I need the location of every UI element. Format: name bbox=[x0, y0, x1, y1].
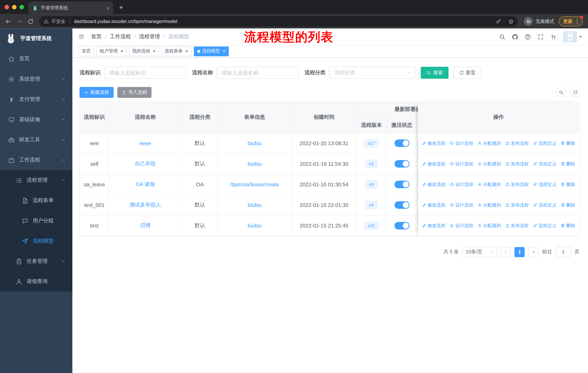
sidebar-item-home[interactable]: 首页 bbox=[0, 49, 72, 69]
action-modify[interactable]: 修改流程 bbox=[422, 140, 446, 146]
action-design[interactable]: 设计流程 bbox=[450, 140, 473, 146]
action-design[interactable]: 设计流程 bbox=[450, 222, 473, 229]
close-window-button[interactable] bbox=[5, 5, 9, 10]
sidebar-item-process-model[interactable]: 流程模型 bbox=[0, 231, 72, 251]
process-name-input[interactable] bbox=[217, 67, 299, 79]
sidebar-item-system[interactable]: 系统管理 bbox=[0, 69, 72, 89]
bookmark-star-icon[interactable] bbox=[506, 17, 515, 26]
action-assign[interactable]: 分配规则 bbox=[477, 181, 501, 188]
action-definition[interactable]: 流程定义 bbox=[533, 161, 557, 167]
process-name-link[interactable]: eeee bbox=[139, 140, 151, 146]
minimize-window-button[interactable] bbox=[12, 5, 17, 10]
create-process-button[interactable]: 新建流程 bbox=[79, 87, 114, 98]
action-assign[interactable]: 分配规则 bbox=[477, 202, 501, 208]
hamburger-icon[interactable] bbox=[78, 34, 84, 40]
action-design[interactable]: 设计流程 bbox=[450, 202, 473, 208]
sidebar-item-process-management[interactable]: 流程管理 bbox=[0, 170, 72, 190]
active-toggle[interactable] bbox=[394, 181, 409, 188]
sidebar-item-leave-query[interactable]: 请假查询 bbox=[0, 271, 72, 292]
font-size-icon[interactable] bbox=[550, 33, 556, 40]
active-toggle[interactable] bbox=[394, 140, 409, 147]
action-assign[interactable]: 分配规则 bbox=[477, 222, 501, 229]
action-modify[interactable]: 修改流程 bbox=[422, 181, 446, 188]
action-delete[interactable]: 删除 bbox=[561, 202, 575, 208]
new-tab-button[interactable]: + bbox=[116, 3, 126, 13]
action-delete[interactable]: 删除 bbox=[561, 140, 575, 146]
help-icon[interactable] bbox=[525, 33, 531, 40]
next-page-button[interactable] bbox=[528, 247, 539, 257]
active-toggle[interactable] bbox=[394, 222, 409, 230]
sidebar-item-infrastructure[interactable]: 基础设施 bbox=[0, 110, 72, 130]
close-icon[interactable]: × bbox=[223, 49, 226, 54]
sidebar-item-devtools[interactable]: 研发工具 bbox=[0, 130, 72, 150]
action-modify[interactable]: 修改流程 bbox=[422, 202, 446, 208]
import-process-button[interactable]: 导入流程 bbox=[117, 87, 151, 98]
kebab-menu-icon[interactable]: ⋮ bbox=[575, 19, 580, 24]
process-id-input[interactable] bbox=[104, 67, 186, 79]
breadcrumb-item[interactable]: 工作流程 bbox=[110, 33, 131, 40]
form-info-link[interactable]: biubiu bbox=[248, 223, 262, 229]
user-menu[interactable] bbox=[563, 31, 582, 42]
sidebar-item-process-form[interactable]: 流程表单 bbox=[0, 191, 72, 211]
process-name-link[interactable]: 滔博 bbox=[140, 222, 151, 229]
tag-process-form[interactable]: 流程表单× bbox=[161, 46, 192, 56]
action-definition[interactable]: 流程定义 bbox=[533, 222, 557, 229]
close-icon[interactable]: × bbox=[153, 49, 156, 54]
reset-button[interactable]: 重置 bbox=[453, 67, 481, 79]
search-icon[interactable] bbox=[499, 33, 505, 40]
active-toggle[interactable] bbox=[394, 160, 409, 168]
process-name-link[interactable]: 测试多审批人 bbox=[130, 202, 161, 208]
form-info-link[interactable]: biubiu bbox=[248, 202, 262, 208]
sidebar-item-payment[interactable]: ¥支付管理 bbox=[0, 89, 72, 110]
close-icon[interactable]: × bbox=[185, 49, 188, 54]
close-icon[interactable]: × bbox=[120, 49, 123, 54]
breadcrumb-item[interactable]: 流程管理 bbox=[139, 33, 160, 40]
forward-button[interactable] bbox=[13, 16, 25, 27]
page-size-select[interactable]: 10条/页 bbox=[462, 247, 497, 257]
action-assign[interactable]: 分配规则 bbox=[477, 161, 501, 167]
action-definition[interactable]: 流程定义 bbox=[533, 202, 557, 208]
action-publish[interactable]: 发布流程 bbox=[505, 222, 529, 229]
action-design[interactable]: 设计流程 bbox=[450, 181, 473, 188]
action-modify[interactable]: 修改流程 bbox=[422, 222, 446, 229]
sidebar-item-user-group[interactable]: 用户分组 bbox=[0, 211, 72, 231]
action-assign[interactable]: 分配规则 bbox=[477, 140, 501, 146]
sidebar-item-workflow[interactable]: 工作流程 bbox=[0, 150, 72, 170]
tag-my-process[interactable]: 我的流程× bbox=[129, 46, 159, 56]
address-bar[interactable]: 不安全 dashboard.yudao.iocoder.cn/bpm/manag… bbox=[39, 16, 518, 27]
action-delete[interactable]: 删除 bbox=[561, 181, 575, 188]
action-modify[interactable]: 修改流程 bbox=[422, 161, 446, 167]
action-publish[interactable]: 发布流程 bbox=[505, 202, 529, 208]
action-publish[interactable]: 发布流程 bbox=[505, 140, 529, 146]
breadcrumb-item[interactable]: 首页 bbox=[91, 33, 102, 40]
process-name-link[interactable]: 自己审批 bbox=[135, 161, 156, 167]
search-button[interactable]: 搜索 bbox=[421, 67, 448, 79]
zoom-window-button[interactable] bbox=[20, 5, 24, 10]
tag-process-model[interactable]: 流程模型× bbox=[194, 46, 229, 56]
reload-button[interactable] bbox=[25, 16, 36, 27]
action-publish[interactable]: 发布流程 bbox=[505, 181, 529, 188]
active-toggle[interactable] bbox=[394, 201, 409, 209]
browser-tab[interactable]: 芋道管理系统 × bbox=[28, 1, 113, 14]
browser-update-button[interactable]: 更新 ⋮ bbox=[559, 17, 583, 26]
action-delete[interactable]: 删除 bbox=[561, 161, 575, 167]
form-info-link[interactable]: biubiu bbox=[248, 161, 262, 167]
fullscreen-icon[interactable] bbox=[537, 33, 544, 40]
tab-close-icon[interactable]: × bbox=[106, 5, 110, 11]
action-publish[interactable]: 发布流程 bbox=[505, 161, 529, 167]
category-select[interactable]: 流程分类 bbox=[329, 67, 415, 79]
back-button[interactable] bbox=[2, 16, 13, 27]
github-icon[interactable] bbox=[512, 33, 518, 40]
action-delete[interactable]: 删除 bbox=[561, 222, 575, 229]
password-key-icon[interactable] bbox=[494, 17, 503, 26]
action-design[interactable]: 设计流程 bbox=[450, 161, 473, 167]
toggle-search-button[interactable] bbox=[556, 87, 566, 98]
form-info-link[interactable]: /bpm/oa/leave/create bbox=[230, 181, 279, 187]
prev-page-button[interactable] bbox=[501, 247, 511, 257]
process-name-link[interactable]: OA 请假 bbox=[136, 181, 155, 188]
action-definition[interactable]: 流程定义 bbox=[533, 140, 557, 146]
goto-page-input[interactable] bbox=[556, 247, 571, 257]
tag-tenant-management[interactable]: 租户管理× bbox=[96, 46, 127, 56]
tag-home[interactable]: 首页 bbox=[78, 46, 94, 56]
security-label[interactable]: 不安全 bbox=[51, 18, 65, 25]
